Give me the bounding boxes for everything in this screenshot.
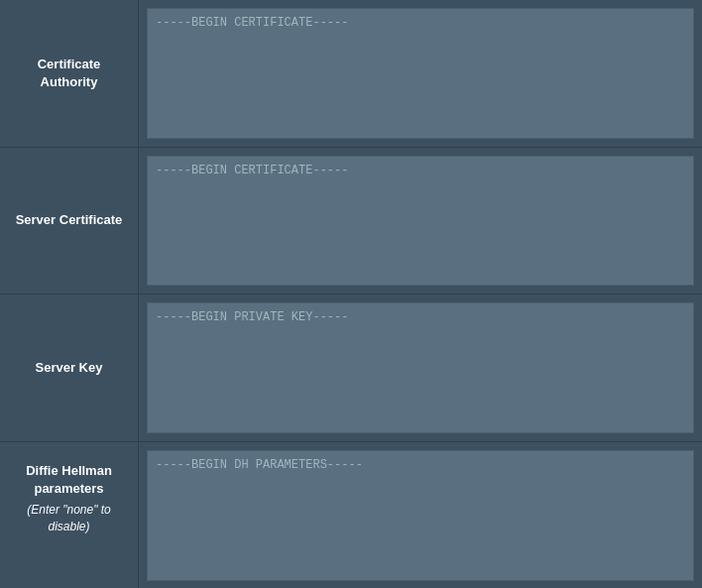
diffie-hellman-sub-label: (Enter "none" to disable)	[12, 502, 126, 535]
diffie-hellman-textarea[interactable]	[147, 450, 694, 581]
server-certificate-textarea[interactable]	[147, 156, 694, 287]
diffie-hellman-row: Diffie Hellman parameters (Enter "none" …	[0, 442, 702, 588]
diffie-hellman-label: Diffie Hellman parameters (Enter "none" …	[12, 462, 126, 535]
server-certificate-label-cell: Server Certificate	[0, 148, 139, 294]
certificate-authority-row: Certificate Authority	[0, 0, 702, 148]
server-key-row: Server Key	[0, 294, 702, 442]
certificate-authority-label: Certificate Authority	[12, 56, 126, 91]
certificate-authority-label-cell: Certificate Authority	[0, 0, 139, 147]
server-key-label: Server Key	[36, 359, 103, 377]
server-key-textarea[interactable]	[147, 302, 694, 433]
diffie-hellman-input-cell	[139, 442, 702, 588]
ssl-certificate-form: Certificate Authority Server Certificate…	[0, 0, 702, 588]
server-key-label-cell: Server Key	[0, 294, 139, 441]
certificate-authority-input-cell	[139, 0, 702, 147]
diffie-hellman-label-cell: Diffie Hellman parameters (Enter "none" …	[0, 442, 139, 588]
certificate-authority-textarea[interactable]	[147, 8, 694, 139]
server-key-input-cell	[139, 294, 702, 441]
server-certificate-input-cell	[139, 148, 702, 294]
server-certificate-row: Server Certificate	[0, 148, 702, 295]
server-certificate-label: Server Certificate	[16, 211, 123, 229]
